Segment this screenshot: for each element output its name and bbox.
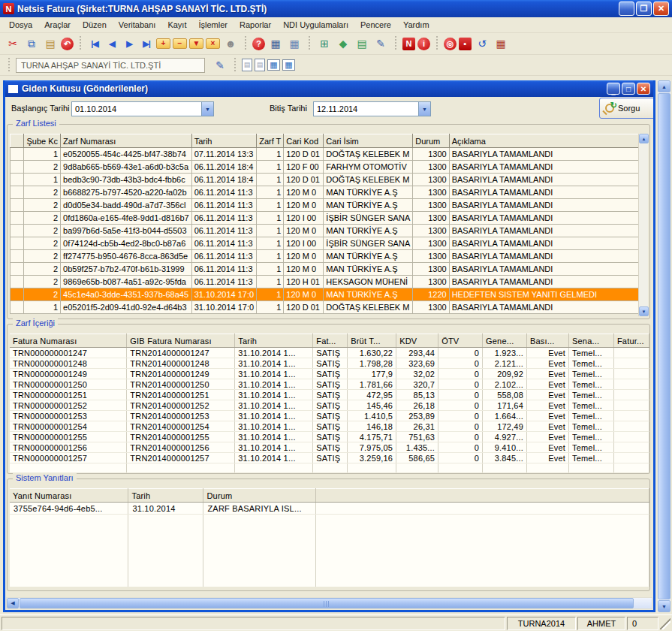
cell[interactable]: 31.10.2014 1... [235,432,313,442]
column-header[interactable]: GIB Fatura Numarası [127,334,235,348]
cell[interactable]: MAN TÜRKİYE A.Ş [324,263,413,276]
cell[interactable]: 1300 [413,237,449,250]
cell[interactable]: 06.11.2014 11:3 [191,212,257,225]
cell[interactable]: 0b59f257-b7b2-470f-b61b-31999 [61,263,192,276]
cell[interactable]: TRN2014000001247 [127,348,235,358]
cell[interactable]: 0 [438,421,483,432]
menu-item-yard-m[interactable]: Yardım [397,19,435,31]
column-header[interactable]: Durum [203,489,316,503]
column-header[interactable]: Açıklama [449,134,640,148]
refresh-icon[interactable]: ↺ [474,35,490,52]
cell[interactable] [613,432,649,442]
nav-prev-icon[interactable]: ◀ [104,35,119,52]
cell[interactable]: Evet [527,358,569,369]
cell[interactable]: 06.11.2014 11:3 [191,237,257,250]
column-header[interactable]: Fatura Numarası [10,334,127,348]
cell[interactable]: 1 [257,301,284,314]
table-row[interactable]: TRN000000001254TRN201400000125431.10.201… [10,421,649,432]
cell[interactable]: Evet [527,453,569,463]
cell[interactable]: 0 [438,358,483,369]
cell[interactable]: 2 [24,288,61,301]
column-header[interactable]: ÖTV [438,334,483,348]
cell[interactable]: 31.10.2014 17:0 [191,301,257,314]
cell[interactable]: 2 [24,263,61,276]
cell[interactable]: BASARIYLA TAMAMLANDI [449,276,640,288]
cell[interactable]: Temel... [568,421,613,432]
scroll-down-icon[interactable]: ▼ [658,600,670,612]
cell[interactable]: 1 [257,288,284,301]
query-button[interactable]: ↻ Sorgu [599,98,655,119]
cell[interactable]: 07.11.2014 13:3 [191,148,257,161]
cell[interactable]: 558,08 [483,390,527,400]
cell[interactable]: 26,31 [396,421,438,432]
cell[interactable]: 120 M 0 [284,186,324,199]
cell[interactable]: BASARIYLA TAMAMLANDI [449,148,640,161]
cell[interactable]: 06.11.2014 11:3 [191,263,257,276]
cell[interactable]: BASARIYLA TAMAMLANDI [449,237,640,250]
cell[interactable]: Evet [527,369,569,379]
cell[interactable]: TRN2014000001255 [127,432,235,442]
cell[interactable]: MAN TÜRKİYE A.Ş [324,186,413,199]
cut-icon[interactable]: ✂ [5,35,21,52]
cell[interactable] [316,503,649,515]
menu-item-pencere[interactable]: Pencere [354,19,397,31]
cell[interactable]: 06.11.2014 11:3 [191,199,257,212]
table-row[interactable]: 2b6688275-b797-4520-a220-fa02b06.11.2014… [11,186,640,199]
menu-item-raporlar[interactable]: Raporlar [234,19,277,31]
cell[interactable]: 7.975,05 [348,442,396,453]
cell[interactable]: SATIŞ [313,400,348,411]
cell[interactable]: İŞBİR SÜNGER SANA [324,212,413,225]
menu-item-i-lemler[interactable]: İşlemler [192,19,234,31]
cell[interactable]: BASARIYLA TAMAMLANDI [449,186,640,199]
inner-maximize-button[interactable]: □ [622,83,635,95]
start-date-combo[interactable]: 01.10.2014 ▼ [71,101,214,116]
cell[interactable]: Temel... [568,379,613,390]
cell[interactable]: TRN2014000001249 [127,369,235,379]
cell[interactable]: 472,95 [348,390,396,400]
data-grid-alt-icon[interactable]: ▦ [282,59,295,71]
flowchart-icon[interactable]: ⊞ [316,35,333,52]
cell[interactable]: Temel... [568,369,613,379]
cell[interactable]: 1 [257,174,284,186]
column-header[interactable]: Fat... [313,334,348,348]
cell[interactable]: 31.10.2014 1... [235,348,313,358]
cell[interactable]: TRN000000001257 [10,453,127,463]
cell[interactable]: BASARIYLA TAMAMLANDI [449,263,640,276]
cell[interactable]: 31.10.2014 1... [235,442,313,453]
inner-minimize-button[interactable]: _ [607,83,620,95]
cell[interactable]: TRN2014000001254 [127,421,235,432]
cell[interactable]: 1.435... [396,442,438,453]
cell[interactable]: 2 [24,186,61,199]
cell[interactable]: Temel... [568,453,613,463]
cell[interactable]: BASARIYLA TAMAMLANDI [449,199,640,212]
cell[interactable]: 0 [438,400,483,411]
cell[interactable]: 1 [257,237,284,250]
cell[interactable]: 171,64 [483,400,527,411]
cell[interactable]: 320,7 [396,379,438,390]
cell[interactable]: e0520055-454c-4425-bf47-38b74 [61,148,192,161]
cell[interactable]: 751,63 [396,432,438,442]
cell[interactable]: 1300 [413,186,449,199]
table-row[interactable]: 20b59f257-b7b2-470f-b61b-3199906.11.2014… [11,263,640,276]
cell[interactable]: MAN TÜRKİYE A.Ş [324,199,413,212]
cell[interactable]: 253,89 [396,411,438,421]
minimize-button[interactable]: _ [619,2,634,16]
cell[interactable]: 120 I 00 [284,212,324,225]
cell[interactable]: Evet [527,421,569,432]
cell[interactable]: 1300 [413,199,449,212]
horizontal-scrollbar[interactable]: ◀ [6,597,652,609]
cell[interactable]: BASARIYLA TAMAMLANDI [449,174,640,186]
chevron-down-icon[interactable]: ▼ [201,102,213,116]
cell[interactable]: 293,44 [396,348,438,358]
cell[interactable]: MAN TÜRKİYE A.Ş [324,288,413,301]
cell[interactable]: Evet [527,400,569,411]
cell[interactable] [11,276,24,288]
vertical-scrollbar[interactable]: ▲ ▼ [658,80,670,612]
cell[interactable]: 06.11.2014 11:3 [191,186,257,199]
cell[interactable]: bedb3c90-73db-43b3-bdc4-fbb6c [61,174,192,186]
cell[interactable]: 0 [438,369,483,379]
cell[interactable]: TRN000000001251 [10,390,127,400]
table-row[interactable]: TRN000000001253TRN201400000125331.10.201… [10,411,649,421]
record-remove-icon[interactable]: − [173,38,187,49]
cell[interactable]: 85,13 [396,390,438,400]
